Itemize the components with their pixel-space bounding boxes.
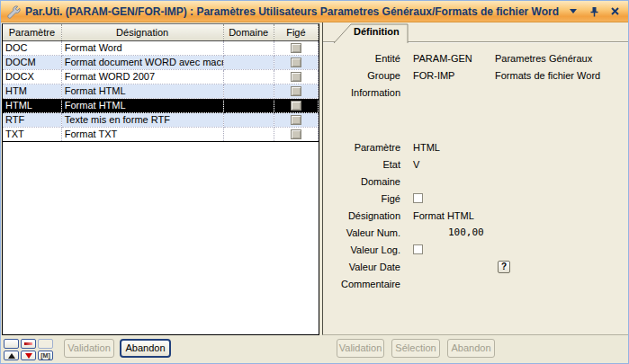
field-valeur-num: Valeur Num. 100,00 (323, 224, 628, 241)
fige-checkbox-field[interactable] (413, 193, 423, 203)
entite-code: PARAM-GEN (413, 53, 495, 64)
cell-fige[interactable] (274, 55, 318, 69)
close-icon[interactable] (608, 5, 621, 18)
field-label: Groupe (323, 70, 400, 81)
cell-fige[interactable] (274, 112, 318, 127)
cell-domaine[interactable] (223, 84, 274, 98)
page-title: Par.Uti. (PARAM-GEN/FOR-IMP) : Paramètre… (25, 5, 562, 18)
cell-fige[interactable] (274, 127, 318, 141)
cell-fige[interactable] (274, 69, 318, 84)
field-groupe: Groupe FOR-IMP Formats de fichier Word (323, 67, 628, 84)
cell-domaine[interactable] (223, 112, 274, 127)
table-row[interactable]: RTF Texte mis en forme RTF (3, 112, 319, 127)
table-row[interactable]: DOCX Format WORD 2007 (3, 69, 319, 84)
fige-checkbox (291, 86, 301, 96)
field-entite: Entité PARAM-GEN Parametres Généraux (323, 49, 628, 67)
valeur-log-checkbox[interactable] (413, 244, 423, 254)
nav-disabled-button[interactable] (38, 339, 53, 349)
cell-param[interactable]: HTM (3, 84, 61, 98)
field-designation: Désignation Format HTML (323, 207, 628, 224)
column-header-domaine[interactable]: Domaine (223, 24, 274, 40)
parameter-list-panel: Paramètre Désignation Domaine Figé DOC F… (2, 23, 319, 335)
nav-redbar-button[interactable] (21, 339, 36, 349)
groupe-code: FOR-IMP (413, 70, 495, 81)
field-commentaire: Commentaire (323, 275, 628, 292)
abandon-button-left[interactable]: Abandon (120, 339, 171, 358)
tab-definition[interactable]: Définition (354, 26, 400, 37)
triangle-down-icon (25, 353, 32, 359)
field-valeur-date: Valeur Date ? (323, 258, 628, 275)
valeur-num-value: 100,00 (448, 226, 484, 238)
validation-button-left[interactable]: Validation (64, 339, 114, 358)
column-header-parametre[interactable]: Paramètre (3, 24, 61, 40)
cell-param[interactable]: HTML (3, 98, 61, 112)
fige-checkbox (291, 101, 301, 111)
cell-domaine[interactable] (223, 98, 274, 112)
table-row[interactable]: DOCM Format document WORD avec macro. (3, 55, 319, 69)
field-parametre: Paramètre HTML (323, 138, 628, 155)
cell-designation[interactable]: Format TXT (61, 127, 223, 141)
field-label: Désignation (323, 210, 400, 221)
cell-fige[interactable] (274, 40, 318, 55)
chevron-down-icon[interactable] (567, 5, 580, 18)
field-label: Information (323, 87, 400, 98)
nav-m-button[interactable]: [M] (38, 351, 53, 360)
date-help-button[interactable]: ? (498, 261, 510, 273)
triangle-up-icon (8, 353, 15, 359)
nav-up-button[interactable] (4, 351, 19, 360)
field-label: Valeur Date (323, 262, 400, 272)
cell-param[interactable]: RTF (3, 112, 61, 127)
field-label: Paramètre (323, 142, 400, 153)
cell-domaine[interactable] (223, 69, 274, 84)
bottom-toolbar: [M] Validation Abandon Validation Sélect… (1, 335, 628, 364)
selection-button-right[interactable]: Sélection (391, 339, 440, 358)
cell-designation[interactable]: Format HTML (61, 98, 223, 112)
groupe-name: Formats de fichier Word (495, 70, 600, 81)
fige-checkbox (291, 115, 301, 125)
cell-fige[interactable] (274, 98, 318, 112)
pin-icon[interactable] (588, 5, 600, 18)
cell-param[interactable]: DOC (3, 40, 61, 55)
red-bar-icon (24, 342, 32, 345)
cell-param[interactable]: TXT (3, 127, 61, 141)
cell-designation[interactable]: Format Word (61, 40, 223, 55)
cell-designation[interactable]: Format HTML (61, 84, 223, 98)
cell-domaine[interactable] (223, 55, 274, 69)
nav-blank-button[interactable] (4, 339, 19, 349)
field-label: Figé (323, 193, 400, 204)
cell-designation[interactable]: Format WORD 2007 (61, 69, 223, 84)
designation-value: Format HTML (413, 210, 495, 221)
cell-designation[interactable]: Texte mis en forme RTF (61, 112, 223, 127)
column-header-designation[interactable]: Désignation (61, 24, 223, 40)
parameter-table: Paramètre Désignation Domaine Figé DOC F… (3, 24, 319, 142)
table-row[interactable]: TXT Format TXT (3, 127, 319, 141)
cell-domaine[interactable] (223, 127, 274, 141)
table-row-selected[interactable]: HTML Format HTML (3, 98, 319, 112)
field-etat: Etat V (323, 155, 628, 173)
fige-checkbox (291, 129, 301, 139)
table-row[interactable]: DOC Format Word (3, 40, 319, 55)
cell-designation[interactable]: Format document WORD avec macro. (61, 55, 223, 69)
etat-value: V (413, 159, 495, 170)
fige-checkbox (291, 43, 301, 53)
field-domaine: Domaine (323, 173, 628, 190)
cell-fige[interactable] (274, 84, 318, 98)
m-icon: [M] (40, 352, 50, 359)
definition-panel: Définition Entité PARAM-GEN Parametres G… (322, 22, 629, 335)
cell-param[interactable]: DOCM (3, 55, 61, 69)
abandon-button-right[interactable]: Abandon (447, 339, 495, 358)
entite-name: Parametres Généraux (495, 53, 592, 64)
column-header-fige[interactable]: Figé (274, 24, 318, 40)
cell-domaine[interactable] (223, 40, 274, 55)
validation-button-right[interactable]: Validation (337, 339, 384, 358)
table-row[interactable]: HTM Format HTML (3, 84, 319, 98)
nav-down-button[interactable] (21, 351, 36, 360)
field-label: Entité (323, 53, 400, 64)
title-bar: Par.Uti. (PARAM-GEN/FOR-IMP) : Paramètre… (1, 1, 628, 22)
cell-param[interactable]: DOCX (3, 69, 61, 84)
field-label: Valeur Log. (323, 244, 400, 255)
fige-checkbox (291, 58, 301, 67)
app-window: Par.Uti. (PARAM-GEN/FOR-IMP) : Paramètre… (0, 0, 629, 364)
table-header-row: Paramètre Désignation Domaine Figé (3, 24, 319, 40)
wrench-icon (6, 4, 21, 19)
